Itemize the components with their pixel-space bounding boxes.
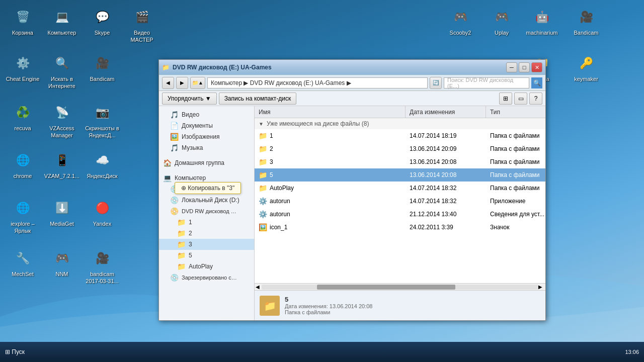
file-name-3: 📁3 [255,158,406,166]
scroll-track [262,285,538,290]
burn-button[interactable]: Запись на компакт-диск [219,93,297,105]
file-row[interactable]: ⚙️autorun 21.12.2014 13:40 Сведения для … [255,208,545,221]
file-name-autoplay: 📁AutoPlay [255,184,406,192]
autoplay-icon: 📁 [177,262,186,270]
content-pane: Имя Дата изменения Тип Ра Уже имеющиеся … [255,106,545,320]
folder-1-icon: 📁 [177,218,186,226]
taskbar: ⊞ Пуск 13:06 [0,342,644,362]
desktop-icon-bandicam3[interactable]: 🎥 bandicam 2017-03-31... [82,246,122,287]
desktop-icon-recuva[interactable]: ♻️ recuva [3,101,43,134]
status-detail: Дата изменения: 13.06.2014 20:08 [285,303,372,309]
desktop-icon-yandexdisk[interactable]: ☁️ ЯндексДиск [82,148,122,182]
nav-item-autoplay[interactable]: 📁 AutoPlay [159,261,254,272]
file-row[interactable]: 📁1 14.07.2014 18:19 Папка с файлами [255,129,545,142]
file-row[interactable]: 🖼️icon_1 24.02.2011 3:39 Значок [255,221,545,234]
file-type-3: Папка с файлами [486,158,545,165]
nav-item-homegroup[interactable]: 🏠 Домашняя группа [159,157,254,168]
desktop-icon-nnm[interactable]: 🎮 NNM [42,246,82,280]
file-row[interactable]: 📁2 13.06.2014 20:09 Папка с файлами [255,142,545,155]
file-type-autorun-inf: Сведения для уст... [486,211,545,218]
refresh-button[interactable]: 🔄 [430,77,442,89]
file-date-1: 14.07.2014 18:19 [406,132,486,139]
file-date-autorun-exe: 14.07.2014 18:32 [406,198,486,205]
help-button[interactable]: ? [529,93,542,105]
close-button[interactable]: ✕ [531,62,542,72]
h-scrollbar[interactable]: ◀ ▶ [255,283,545,290]
file-group-header: Уже имеющиеся на диске файлы (8) [255,118,545,129]
file-type-5: Папка с файлами [486,171,545,178]
video-icon: 🎵 [170,111,179,119]
desktop-icon-iexplore[interactable]: 🌐 iexplore – Ярлык [3,196,43,237]
column-headers: Имя Дата изменения Тип Ра [255,106,545,118]
nav-item-folder-3[interactable]: 📁 3 [159,239,254,250]
nav-item-reserved[interactable]: 💿 Зарезервировано системой (С... [159,272,254,283]
images-icon: 🖼️ [170,133,179,141]
view-toggle-button[interactable]: ⊞ [499,93,512,105]
file-row[interactable]: 📁AutoPlay 14.07.2014 18:32 Папка с файла… [255,182,545,195]
desktop-icon-mediaget[interactable]: ⬇️ MediaGet [42,196,82,229]
homegroup-icon: 🏠 [163,159,172,167]
nav-item-folder-2[interactable]: 📁 2 [159,228,254,239]
file-row[interactable]: ⚙️autorun 14.07.2014 18:32 Приложение [255,195,545,208]
desktop-icon-video-master[interactable]: 🎬 Видео МАСТЕР [122,5,162,46]
file-row-selected[interactable]: 📁5 13.06.2014 20:08 Папка с файлами [255,168,545,182]
desktop-icon-keymaker[interactable]: 🔑 keymaker [566,51,606,84]
nav-item-dvd-e[interactable]: 📀 DVD RW дисковод (E:) UA-Gam [159,206,254,217]
start-button[interactable]: ⊞ Пуск [0,348,30,355]
desktop-icon-bandicam-r[interactable]: 🎥 Bandicam [566,5,606,38]
nav-item-music[interactable]: 🎵 Музыка [159,142,254,153]
context-tooltip[interactable]: ⊕ Копировать в "3" [175,182,241,194]
nav-item-video[interactable]: 🎵 Видео [159,109,254,120]
title-bar: 📁 DVD RW дисковод (E:) UA-Games ─ □ ✕ [159,60,545,75]
desktop-icon-cheat-engine[interactable]: ⚙️ Cheat Engine [3,51,43,84]
desktop-icon-komputer[interactable]: 💻 Компьютер [42,5,82,38]
desktop-icon-skype[interactable]: 💬 Skype [82,5,122,38]
desktop-icon-machinarium[interactable]: 🤖 machinarium [522,5,562,38]
documents-icon: 📄 [170,122,179,130]
file-type-autorun-exe: Приложение [486,198,545,205]
desktop-icon-bandicam[interactable]: 🎥 Bandicam [82,51,122,84]
col-header-name[interactable]: Имя [255,106,406,118]
up-button[interactable]: 📁▲ [190,77,205,89]
col-header-type[interactable]: Тип [486,106,545,118]
view-preview-button[interactable]: ▭ [514,93,527,105]
nav-item-documents[interactable]: 📄 Документы [159,120,254,131]
scroll-right-button[interactable]: ▶ [538,284,544,290]
desktop-icon-screenshots[interactable]: 📷 Скриншоты в ЯндексД... [82,101,122,141]
nav-pane: 🎵 Видео 📄 Документы 🖼️ Изображения 🎵 Муз… [159,106,255,320]
col-header-date[interactable]: Дата изменения [406,106,486,118]
organize-button[interactable]: Упорядочить ▼ [162,93,217,105]
file-date-3: 13.06.2014 20:08 [406,158,486,165]
file-date-2: 13.06.2014 20:09 [406,145,486,152]
desktop-icon-scooby2[interactable]: 🎮 Scooby2 [440,5,480,38]
search-box[interactable]: Поиск: DVD RW дисковод (E...) [444,77,529,88]
desktop-icon-vzaccess[interactable]: 📡 VZAccess Manager [42,101,82,141]
desktop-icon-iskat[interactable]: 🔍 Искать в Интернете [42,51,82,92]
address-bar: ◀ ▶ 📁▲ Компьютер ▶ DVD RW дисковод (E:) … [159,75,545,91]
minimize-button[interactable]: ─ [506,62,517,72]
scroll-left-button[interactable]: ◀ [256,284,262,290]
folder-5-icon: 📁 [177,251,186,259]
back-button[interactable]: ◀ [162,77,174,89]
scroll-thumb[interactable] [317,285,455,290]
nav-item-images[interactable]: 🖼️ Изображения [159,131,254,142]
file-list: Уже имеющиеся на диске файлы (8) 📁1 14.0… [255,118,545,283]
maximize-button[interactable]: □ [519,62,530,72]
file-name-2: 📁2 [255,145,406,153]
main-area: 🎵 Видео 📄 Документы 🖼️ Изображения 🎵 Муз… [159,106,545,320]
nav-item-local-d[interactable]: 💿 Локальный Диск (D:) [159,195,254,206]
desktop-icon-yandex[interactable]: 🔴 Yandex [82,196,122,229]
desktop-icon-uplay[interactable]: 🎮 Uplay [481,5,522,38]
search-placeholder: Поиск: DVD RW дисковод (E...) [447,77,526,89]
file-row[interactable]: 📁3 13.06.2014 20:08 Папка с файлами [255,155,545,168]
search-button[interactable]: 🔍 [531,77,542,88]
address-path[interactable]: Компьютер ▶ DVD RW дисковод (E:) UA-Game… [207,77,428,88]
desktop-icon-mechset[interactable]: 🔧 MechSet [3,246,43,280]
desktop-icon-chrome[interactable]: 🌐 chrome [3,148,43,182]
desktop-icon-vzam[interactable]: 📱 VZAM_7.2.1... [42,148,82,182]
forward-button[interactable]: ▶ [176,77,188,89]
nav-item-folder-5[interactable]: 📁 5 [159,250,254,261]
nav-item-folder-1[interactable]: 📁 1 [159,217,254,228]
file-date-autoplay: 14.07.2014 18:32 [406,185,486,192]
desktop-icon-korzina[interactable]: 🗑️ Корзина [3,5,43,38]
